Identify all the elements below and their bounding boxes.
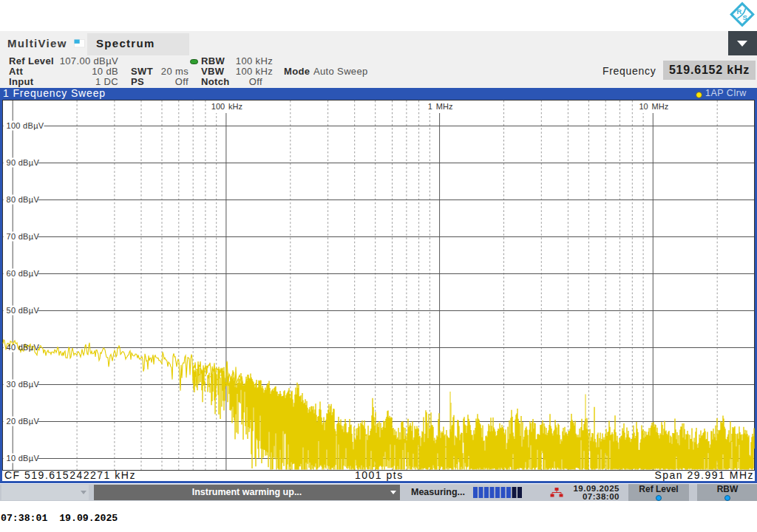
svg-text:20 dBµV: 20 dBµV [7, 417, 40, 426]
svg-text:80 dBµV: 80 dBµV [7, 195, 40, 204]
svg-text:100 dBµV: 100 dBµV [7, 121, 44, 130]
svg-text:10 MHz: 10 MHz [639, 102, 668, 111]
svg-text:60 dBµV: 60 dBµV [7, 269, 40, 278]
svg-text:100 kHz: 100 kHz [211, 102, 242, 111]
svg-text:S: S [743, 13, 747, 21]
svg-text:90 dBµV: 90 dBµV [7, 158, 40, 167]
svg-text:10 dBµV: 10 dBµV [7, 454, 40, 463]
svg-text:50 dBµV: 50 dBµV [7, 306, 40, 315]
svg-text:1 MHz: 1 MHz [428, 102, 453, 111]
svg-text:R: R [737, 7, 742, 16]
svg-text:40 dBµV: 40 dBµV [7, 343, 40, 352]
svg-text:30 dBµV: 30 dBµV [7, 380, 40, 389]
svg-text:70 dBµV: 70 dBµV [7, 232, 40, 241]
